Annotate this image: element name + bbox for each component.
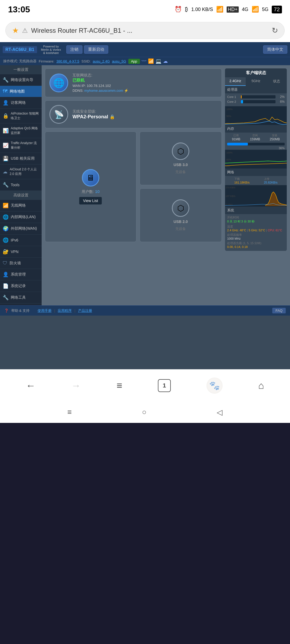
tab-5ghz[interactable]: 5GHz xyxy=(246,77,266,86)
sidebar-item-software-center[interactable]: ⭕ Software Center xyxy=(0,303,42,305)
svg-text:0 KB/s: 0 KB/s xyxy=(226,203,233,206)
sidebar-label-guest-network: 访客网络 xyxy=(11,100,26,105)
clients-card: 🖥 用户数: 10 View List xyxy=(45,131,136,242)
sidebar-item-aiprotection[interactable]: 🔒 AiProtection 智能网络卫士 xyxy=(0,109,42,123)
sidebar-item-usb-apps[interactable]: 💾 USB 相关应用 xyxy=(0,153,42,164)
sidebar-item-wireless[interactable]: 📶 无线网络 xyxy=(0,200,42,211)
sidebar-label-aicloud: AiCloud 2.0 个人云 2.0 应用 xyxy=(10,167,39,176)
wifi-security-card: 📡 无线安全层级: WPA2-Personal 🔒 xyxy=(45,100,222,128)
sys-menu-icon[interactable]: ≡ xyxy=(67,408,72,416)
signal-status-icon: 〰 xyxy=(142,58,146,64)
center-panel: 🌐 互联网状态: 已联机 WAN IP: 100.78.124.102 DDNS… xyxy=(45,68,222,302)
restart-button[interactable]: 重新启动 xyxy=(84,45,108,54)
sidebar-item-lan[interactable]: 🌐 内部网络(LAN) xyxy=(0,211,42,223)
wan-icon: 🌍 xyxy=(3,226,9,232)
firmware-label: Firmware: xyxy=(39,59,54,63)
sys-info: 开机时间 0 天 13 时 3 分 30 秒 温度 2.4 GHz: 48°C … xyxy=(225,214,287,251)
svg-rect-4 xyxy=(225,150,287,169)
router-nav-buttons: 注销 重新启动 xyxy=(66,45,108,54)
sidebar-item-tools[interactable]: 🔧 Tools xyxy=(0,179,42,191)
back-button[interactable]: ← xyxy=(26,380,35,391)
sys-home-circle[interactable]: ○ xyxy=(142,408,147,416)
setup-wizard-icon: 🔧 xyxy=(3,77,9,83)
lock-icon: 🔒 xyxy=(110,115,115,119)
uptime-label: 开机时间 xyxy=(227,215,285,219)
refresh-icon[interactable]: ↻ xyxy=(272,26,278,35)
core1-bar-bg xyxy=(241,95,276,98)
sidebar-item-network-map[interactable]: 🗺 网络地图 xyxy=(0,86,42,97)
sidebar-item-network-tools[interactable]: 🔧 网络工具 xyxy=(0,292,42,303)
sidebar-label-firewall: 防火墙 xyxy=(10,261,21,266)
wifi-icon: 📶 xyxy=(216,6,223,13)
app-button[interactable]: App xyxy=(128,59,140,64)
sidebar-item-adaptive-qos[interactable]: 📊 Adaptive QoS 网络监控家 xyxy=(0,123,42,138)
forward-button[interactable]: → xyxy=(71,380,81,391)
ssid-5-link[interactable]: ausu_5G xyxy=(112,59,126,63)
router-brand-label: RT-AC66U_B1 xyxy=(3,46,37,53)
sidebar-item-aicloud[interactable]: ☁ AiCloud 2.0 个人云 2.0 应用 xyxy=(0,164,42,179)
ipv6-icon: 🌐 xyxy=(3,237,9,243)
sidebar-item-ipv6[interactable]: 🌐 IPv6 xyxy=(0,235,42,246)
mem-pct: 36% xyxy=(225,147,287,150)
core1-pct: 2% xyxy=(277,95,285,99)
speed-indicator: 1.00 KB/S xyxy=(191,7,213,12)
manual-link[interactable]: 使用手册 xyxy=(38,308,52,313)
sidebar-label-adaptive-qos: Adaptive QoS 网络监控家 xyxy=(11,126,39,135)
logout-button[interactable]: 注销 xyxy=(66,45,82,54)
usb30-label: USB 3.0 xyxy=(173,163,188,167)
sidebar-item-traffic-analyzer[interactable]: 📈 Traffic Analyzer 流量分析 xyxy=(0,138,42,153)
sidebar-label-setup-wizard: 网络设置向导 xyxy=(11,78,33,82)
sidebar-item-setup-wizard[interactable]: 🔧 网络设置向导 xyxy=(0,74,42,86)
view-list-button[interactable]: View List xyxy=(79,197,102,204)
reg-link[interactable]: 产品注册 xyxy=(78,308,92,313)
temp-cpu-value: CPU: 61°C xyxy=(268,229,282,232)
help-label: 帮助 & 支持 xyxy=(11,308,30,313)
core2-label: Core 2 xyxy=(227,100,239,103)
client-status-panel: 客户端状态 2.4GHz 5GHz 状态 处理器 Core 1 xyxy=(225,68,287,251)
firmware-value: 380.66_4-X7.5 xyxy=(56,59,79,63)
router-footer: ❓ 帮助 & 支持 使用手册 | 应用程序 | 产品注册 FAQ xyxy=(0,305,290,316)
sidebar-label-traffic-analyzer: Traffic Analyzer 流量分析 xyxy=(11,141,39,150)
sidebar-item-system-admin[interactable]: 👤 系统管理 xyxy=(0,269,42,280)
content-area: 🌐 互联网状态: 已联机 WAN IP: 100.78.124.102 DDNS… xyxy=(42,65,290,305)
usb30-status: 无设备 xyxy=(175,170,186,174)
aiprotection-icon: 🔒 xyxy=(3,113,9,119)
tab-24ghz[interactable]: 2.4GHz xyxy=(225,77,246,86)
net-upload-label: 上传 xyxy=(264,177,278,181)
sidebar-label-ipv6: IPv6 xyxy=(11,238,18,242)
mem-bar-fill xyxy=(227,143,248,145)
tab-counter[interactable]: 1 xyxy=(158,379,171,392)
app-link[interactable]: 应用程序 xyxy=(58,308,72,313)
sidebar-item-vpn[interactable]: 🔐 VPN xyxy=(0,246,42,258)
cpu-freq-value: 1000 MHz xyxy=(227,237,285,240)
sidebar-item-firewall[interactable]: 🛡 防火墙 xyxy=(0,258,42,269)
clients-icon: 🖥 xyxy=(82,169,99,186)
sidebar-item-wan[interactable]: 🌍 外部网络(WAN) xyxy=(0,223,42,235)
ssid-24-link[interactable]: ausu_2.4G xyxy=(93,59,110,63)
mem-chart: 100% 50% 0% xyxy=(225,150,287,169)
network-map-icon: 🗺 xyxy=(3,89,8,94)
url-bar[interactable]: ★ ⚠ Wireless Router RT-AC66U_B1 - ... ↻ xyxy=(5,22,285,39)
sys-back-icon[interactable]: ◁ xyxy=(217,408,223,417)
tab-status[interactable]: 状态 xyxy=(266,77,287,86)
sidebar-item-guest-network[interactable]: 👤 访客网络 xyxy=(0,97,42,109)
faq-button[interactable]: FAQ xyxy=(272,308,286,313)
internet-status-card: 🌐 互联网状态: 已联机 WAN IP: 100.78.124.102 DDNS… xyxy=(45,68,222,97)
sidebar-label-network-map: 网络地图 xyxy=(10,89,25,94)
svg-text:100%: 100% xyxy=(226,151,233,154)
language-button[interactable]: 简体中文 xyxy=(263,45,287,54)
cpu-load-label: 处理器负载 (1, 5, 15 分钟) xyxy=(227,241,285,245)
ddns-status-icon: ⚡ xyxy=(124,89,128,93)
net-download: 下载 161.18KB/s xyxy=(234,177,250,184)
4g-icon: 4G xyxy=(242,7,248,12)
svg-text:274 KB/s: 274 KB/s xyxy=(226,186,235,189)
ddns-value[interactable]: myhome.asuscomm.com xyxy=(84,89,123,93)
bookmark-star-icon: ★ xyxy=(12,26,19,35)
router-logo-area: Powered by Merlin & Vortex & koolshare xyxy=(41,45,61,54)
usb30-icon: ⬡ xyxy=(172,142,189,160)
router-container: RT-AC66U_B1 Powered by Merlin & Vortex &… xyxy=(0,42,290,316)
menu-button[interactable]: ≡ xyxy=(117,380,122,391)
sidebar: 一般设置 🔧 网络设置向导 🗺 网络地图 👤 访客网络 🔒 AiProtecti… xyxy=(0,65,42,305)
home-button[interactable]: ⌂ xyxy=(258,380,264,391)
sidebar-item-system-log[interactable]: 📄 系统记录 xyxy=(0,280,42,292)
